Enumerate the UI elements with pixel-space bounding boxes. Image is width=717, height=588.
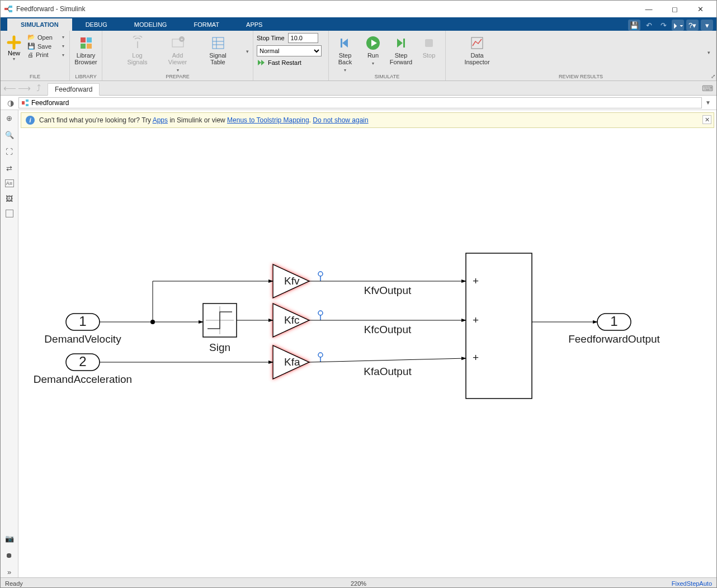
status-left: Ready [5, 580, 23, 587]
svg-point-35 [318, 272, 323, 276]
info-banner: i Can't find what you're looking for? Tr… [21, 112, 714, 128]
step-forward-button[interactable]: Step Forward [387, 32, 415, 65]
nav-back-icon[interactable]: ⟵ [4, 83, 15, 94]
minimize-button[interactable]: — [636, 1, 662, 17]
stop-button[interactable]: Stop [415, 32, 443, 59]
block-diagram: 1 DemandVelocity 2 DemandAcceleration Si… [18, 130, 690, 555]
nav-up-icon[interactable]: ⤴ [33, 83, 44, 94]
maximize-button[interactable]: ◻ [662, 1, 687, 17]
block-gain-kfc[interactable]: Kfc [273, 304, 309, 337]
banner-link-apps[interactable]: Apps [153, 116, 168, 124]
svg-text:+: + [473, 314, 479, 326]
log-badge-kfc[interactable] [318, 311, 323, 320]
signal-label-kfc[interactable]: KfcOutput [364, 324, 412, 335]
prepare-expand-icon[interactable]: ▾ [246, 49, 249, 54]
palette-area-icon[interactable] [6, 210, 13, 217]
block-sign[interactable]: Sign [203, 304, 237, 353]
open-button[interactable]: 📂Open▾ [25, 33, 67, 41]
address-path[interactable]: Feedforward [18, 97, 702, 108]
palette-annotation-icon[interactable]: A≡ [5, 179, 14, 187]
block-gain-kfa[interactable]: Kfa [273, 345, 309, 379]
status-zoom[interactable]: 220% [351, 580, 366, 587]
ribbon-pin-icon[interactable]: ⤢ [711, 73, 715, 79]
tab-apps[interactable]: APPS [233, 18, 276, 31]
block-inport-2[interactable]: 2 DemandAcceleration [34, 354, 132, 385]
close-button[interactable]: ✕ [687, 1, 713, 17]
nav-forward-icon[interactable]: ⟶ [18, 83, 30, 94]
tab-modeling[interactable]: MODELING [121, 18, 181, 31]
simulation-mode-select[interactable]: Normal [257, 45, 322, 56]
qat-help-icon[interactable]: ?▾ [686, 20, 699, 31]
fast-restart-button[interactable]: Fast Restart [257, 59, 325, 67]
qat-find-icon[interactable]: ⏵▾ [672, 20, 684, 31]
group-label-library: LIBRARY [70, 74, 102, 80]
run-button[interactable]: Run▾ [359, 32, 387, 66]
print-button[interactable]: 🖨Print▾ [25, 51, 67, 59]
log-signals-button[interactable]: Log Signals [123, 32, 152, 65]
palette-zoom-icon[interactable]: 🔍 [4, 129, 15, 140]
tab-debug[interactable]: DEBUG [72, 18, 121, 31]
block-outport-1[interactable]: 1 FeedforwardOutput [568, 314, 660, 345]
run-icon [365, 35, 381, 51]
svg-rect-2 [9, 10, 12, 12]
group-label-simulate: SIMULATE [329, 74, 445, 80]
log-badge-kfv[interactable] [318, 272, 323, 281]
svg-text:1: 1 [79, 314, 86, 329]
add-viewer-button[interactable]: + Add Viewer ▾ [163, 32, 192, 73]
signal-table-button[interactable]: Signal Table [204, 32, 233, 65]
qat-redo-icon[interactable]: ↷ [657, 20, 669, 31]
model-tab[interactable]: Feedforward [48, 83, 100, 96]
block-gain-kfv[interactable]: Kfv [273, 264, 309, 298]
banner-link-mapping[interactable]: Menus to Toolstrip Mapping [227, 116, 309, 124]
group-label-review: REVIEW RESULTS [446, 74, 716, 80]
group-label-prepare: PREPARE [102, 74, 253, 80]
palette-sample-icon[interactable]: ⇄ [4, 163, 15, 174]
library-icon [78, 35, 94, 51]
new-button[interactable]: New ▾ [3, 32, 25, 61]
keyboard-icon[interactable]: ⌨ [702, 84, 713, 93]
block-sum[interactable]: + + + [466, 253, 532, 399]
model-browser-toggle-icon[interactable]: ◑ [3, 98, 18, 107]
svg-text:Kfa: Kfa [284, 356, 300, 368]
status-solver[interactable]: FixedStepAuto [672, 580, 712, 587]
svg-rect-14 [341, 39, 342, 48]
palette: ⊕ 🔍 ⛶ ⇄ A≡ 🖼 📷 ⏺ » [1, 110, 18, 577]
palette-image-icon[interactable]: 🖼 [4, 193, 15, 204]
stop-time-input[interactable] [288, 33, 318, 43]
review-expand-icon[interactable]: ▾ [707, 50, 714, 55]
tab-simulation[interactable]: SIMULATION [7, 18, 72, 31]
svg-rect-20 [26, 99, 29, 102]
palette-record-icon[interactable]: ⏺ [4, 549, 15, 561]
qat-save-icon[interactable]: 💾 [628, 20, 640, 31]
table-icon [210, 35, 226, 51]
palette-expand-icon[interactable]: » [4, 566, 15, 577]
svg-rect-21 [26, 104, 29, 106]
address-dropdown-icon[interactable]: ▼ [702, 99, 714, 106]
tab-format[interactable]: FORMAT [180, 18, 233, 31]
svg-rect-16 [403, 39, 405, 48]
log-badge-kfa[interactable] [318, 353, 323, 362]
save-button[interactable]: 💾Save▾ [25, 42, 67, 50]
svg-rect-6 [87, 44, 92, 49]
signal-label-kfa[interactable]: KfaOutput [364, 366, 412, 377]
step-back-button[interactable]: Step Back▾ [331, 32, 359, 73]
block-inport-1[interactable]: 1 DemandVelocity [44, 314, 121, 345]
svg-line-55 [309, 358, 466, 362]
banner-close-button[interactable]: ✕ [702, 115, 711, 124]
svg-rect-4 [87, 37, 92, 42]
palette-explore-icon[interactable]: ⊕ [4, 112, 15, 124]
library-browser-button[interactable]: Library Browser [72, 32, 100, 65]
palette-screenshot-icon[interactable]: 📷 [4, 533, 15, 544]
palette-fit-icon[interactable]: ⛶ [4, 146, 15, 157]
nav-bar: ⟵ ⟶ ⤴ Feedforward ⌨ [1, 81, 716, 96]
qat-undo-icon[interactable]: ↶ [643, 20, 655, 31]
data-inspector-button[interactable]: Data Inspector [463, 32, 492, 65]
model-icon [21, 99, 29, 107]
new-icon [7, 35, 21, 50]
antenna-icon [130, 35, 145, 51]
canvas[interactable]: 1 DemandVelocity 2 DemandAcceleration Si… [18, 130, 716, 577]
svg-text:Kfv: Kfv [284, 275, 300, 287]
banner-link-dismiss[interactable]: Do not show again [313, 116, 368, 124]
qat-collapse-icon[interactable]: ▾ [701, 20, 713, 31]
signal-label-kfv[interactable]: KfvOutput [364, 284, 412, 296]
